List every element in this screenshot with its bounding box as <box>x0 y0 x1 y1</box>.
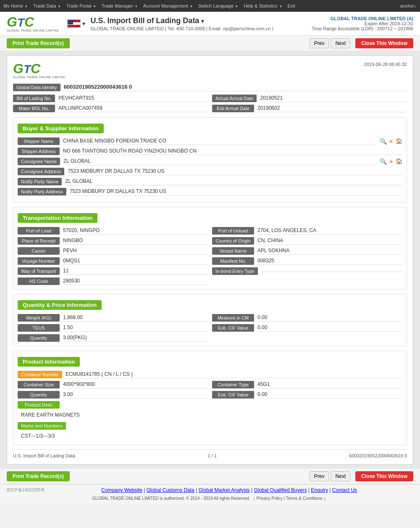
weight-kg-group: Weight (KG) 1,868.00 <box>18 314 208 322</box>
nav-account: anchor↓ <box>400 3 417 8</box>
bottom-toolbar: Print Trade Record(s) Prev Next Close Th… <box>0 469 420 484</box>
transport-row2: Place of Receipt NINGBO Country of Origi… <box>18 237 402 245</box>
footer-link-buyers[interactable]: Global Qualified Buyers <box>254 487 307 493</box>
product-esti-cif-label: Esti. CIF Value <box>212 391 254 399</box>
footer-link-company[interactable]: Company Website <box>101 487 142 493</box>
nav-help-statistics[interactable]: Help & Statistics ▾ <box>244 3 281 8</box>
page-header: G T C GLOBAL TRADE ONLINE LIMITED ▾ U.S.… <box>0 12 420 36</box>
carrier-label: Carrier <box>18 247 60 255</box>
flag-dropdown[interactable]: ▾ <box>82 20 85 27</box>
way-transport-value: 11 <box>63 268 208 275</box>
print-button-top[interactable]: Print Trade Record(s) <box>7 38 70 48</box>
voyage-number-value: 0MQS1 <box>63 258 208 265</box>
esti-arrival-group: Esti Arrival Date 20190602 <box>212 105 407 112</box>
container-size-group: Container Size 4000*900*800 <box>18 381 208 388</box>
esti-arrival-label: Esti Arrival Date <box>212 105 254 112</box>
transport-row3: Carrier PEVH Vessel Name APL SOKHNA <box>18 247 402 255</box>
nav-group-top: Prev Next <box>309 38 351 48</box>
nav-switch-language[interactable]: Switch Language ▾ <box>198 3 238 8</box>
product-esti-cif-group: Esti. CIF Value 0.00 <box>212 391 402 399</box>
weight-kg-value: 1,868.00 <box>63 314 208 322</box>
product-title: Product Information <box>18 357 80 367</box>
global-id-row: Global Data Identity 6003201905220000436… <box>13 84 407 91</box>
nav-trade-manager[interactable]: Trade Manager ▾ <box>102 3 137 8</box>
country-origin-label: Country of Origin <box>212 237 254 245</box>
shipper-name-value: CHINA BASE NINGBO FOREIGN TRADE CO <box>63 138 376 145</box>
country-origin-value: CN, CHINA <box>257 238 402 245</box>
notify-party-address-label: Notify Party Address <box>18 188 66 195</box>
page-title: U.S. Import Bill of Lading Data ▾ <box>90 16 312 25</box>
nav-trade-portal[interactable]: Trade Portal ▾ <box>66 3 96 8</box>
manifest-no-group: Manifest No. 008325 <box>212 257 402 265</box>
product-esti-cif-value: 0.00 <box>257 391 402 399</box>
next-button-bottom[interactable]: Next <box>331 471 350 481</box>
quantity-price-title: Quantity & Price Information <box>18 300 102 310</box>
card-timestamp: 2019-06-28 08:45:32 <box>364 62 407 67</box>
vessel-name-group: Vessel Name APL SOKHNA <box>212 247 402 255</box>
footer-link-customs[interactable]: Global Customs Data <box>147 487 194 493</box>
carrier-group: Carrier PEVH <box>18 247 208 255</box>
product-desc-value: RARE EARTH MAGNETS <box>18 410 402 420</box>
nav-my-home[interactable]: My Home ▾ <box>3 3 27 8</box>
prev-button-top[interactable]: Prev <box>310 38 329 48</box>
bol-no-group: Bill of Lading No. PEVHCART915 <box>13 95 208 102</box>
logo-area: G T C GLOBAL TRADE ONLINE LIMITED <box>7 15 59 32</box>
shipper-name-label: Shipper Name <box>18 137 60 145</box>
teus-group: TEUS 1.50 <box>18 324 208 332</box>
consignee-home-icon[interactable]: 🏠 <box>396 158 402 165</box>
top-nav: My Home ▾ Trade Data ▾ Trade Portal ▾ Tr… <box>0 0 420 12</box>
measure-cm-group: Measure in CM 0.00 <box>212 314 402 322</box>
hs-code-label: HS Code <box>18 277 60 285</box>
quantity-value: 3.00(PKG) <box>63 335 208 342</box>
card-footer-right: 600320190522000043616 0 <box>349 453 407 458</box>
esti-cif-value: 0.00 <box>257 325 402 332</box>
shipper-home-icon[interactable]: 🏠 <box>396 138 402 145</box>
marks-numbers-label-row: Marks and Numbers <box>18 422 402 430</box>
place-receipt-value: NINGBO <box>63 238 208 245</box>
actual-arrival-group: Actual Arrival Date 20190521 <box>212 95 407 102</box>
consignee-star-icon[interactable]: ★ <box>388 158 394 165</box>
port-load-group: Port of Load 57020, NINGPO <box>18 227 208 235</box>
product-quantity-label: Quantity <box>18 391 60 399</box>
card-logo-tc: T <box>24 63 31 75</box>
footer-copyright: GLOBAL TRADE ONLINE LIMITED is authorize… <box>0 496 420 505</box>
footer-link-contact[interactable]: Contact Us <box>332 487 357 493</box>
teus-value: 1.50 <box>63 325 208 332</box>
footer-links: Company Website | Global Customs Data | … <box>45 487 413 493</box>
vessel-name-label: Vessel Name <box>212 247 254 255</box>
notify-party-address-row: Notify Party Address 7523 MIDBURY DR DAL… <box>18 188 402 195</box>
product-quantity-group: Quantity 3.00 <box>18 391 208 399</box>
product-desc-section: Product Desc RARE EARTH MAGNETS <box>18 401 402 420</box>
product-row3: Quantity 3.00 Esti. CIF Value 0.00 <box>18 391 402 399</box>
shipper-search-icon[interactable]: 🔍 <box>380 138 387 145</box>
footer-link-market[interactable]: Global Market Analysis <box>199 487 250 493</box>
product-quantity-value: 3.00 <box>63 391 208 399</box>
global-data-identity-value: 600320190522000043616 0 <box>64 84 407 91</box>
product-desc-label-row: Product Desc <box>18 401 402 409</box>
prev-button-bottom[interactable]: Prev <box>310 471 329 481</box>
close-button-bottom[interactable]: Close This Window <box>355 471 413 481</box>
container-number-row: Container Number ECMU8141785 ( CN / L / … <box>18 371 402 378</box>
print-button-bottom[interactable]: Print Trade Record(s) <box>7 471 70 481</box>
footer-link-enquiry[interactable]: Enquiry <box>311 487 328 493</box>
next-button-top[interactable]: Next <box>331 38 350 48</box>
marks-numbers-value: CST---1/3---3/3 <box>18 431 402 441</box>
title-dropdown[interactable]: ▾ <box>201 18 204 24</box>
buyer-supplier-section: Buyer & Supplier Information Shipper Nam… <box>13 117 407 203</box>
consignee-search-icon[interactable]: 🔍 <box>380 158 387 165</box>
product-row2: Container Size 4000*900*800 Container Ty… <box>18 381 402 388</box>
mater-bol-label: Mater BOL No. <box>13 105 55 112</box>
card-logo-c: C <box>31 62 40 75</box>
nav-trade-data[interactable]: Trade Data ▾ <box>33 3 60 8</box>
port-unload-label: Port of Unload <box>212 227 254 235</box>
weight-kg-label: Weight (KG) <box>18 314 60 322</box>
shipper-star-icon[interactable]: ★ <box>388 138 394 145</box>
flag-area: ▾ <box>67 19 85 28</box>
close-button-top[interactable]: Close This Window <box>355 38 413 48</box>
measure-cm-label: Measure in CM <box>212 314 254 322</box>
esti-cif-group: Esti. CIF Value 0.00 <box>212 324 402 332</box>
nav-exit[interactable]: Exit <box>288 3 295 8</box>
nav-account-management[interactable]: Account Management ▾ <box>143 3 192 8</box>
container-size-label: Container Size <box>18 381 60 388</box>
card-logo-sub: GLOBAL TRADE ONLINE LIMITED <box>13 76 65 79</box>
